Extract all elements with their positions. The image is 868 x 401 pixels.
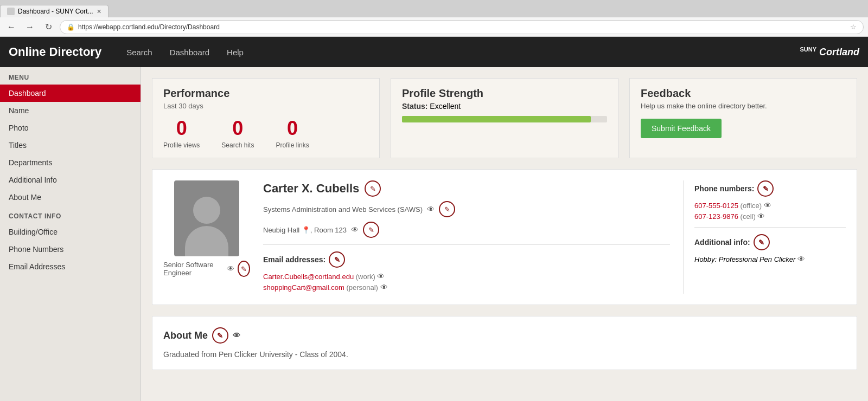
phone-cell-visibility-icon[interactable]: 👁 — [757, 212, 765, 221]
feedback-panel: Feedback Help us make the online directo… — [629, 78, 857, 158]
email-work-visibility-icon[interactable]: 👁 — [377, 272, 385, 281]
divider — [263, 244, 670, 245]
navbar-link-search[interactable]: Search — [118, 37, 161, 67]
search-hits-stat: 0 Search hits — [221, 119, 254, 149]
tab-favicon — [7, 8, 15, 15]
top-panels: Performance Last 30 days 0 Profile views… — [152, 78, 857, 158]
avatar-head — [193, 197, 220, 224]
email-personal-visibility-icon[interactable]: 👁 — [380, 283, 388, 292]
location-row: Neubig Hall 📍, Room 123 👁 ✎ — [263, 222, 670, 238]
sidebar-item-building[interactable]: Building/Office — [0, 223, 141, 241]
browser-toolbar: ← → ↻ 🔒 https://webapp.cortland.edu/Dire… — [0, 17, 868, 37]
content-area: Performance Last 30 days 0 Profile views… — [141, 67, 868, 401]
additional-info-visibility-icon[interactable]: 👁 — [797, 255, 805, 263]
sidebar-item-name[interactable]: Name — [0, 102, 141, 119]
profile-info-section: Carter X. Cubells ✎ Systems Administrati… — [263, 180, 670, 294]
feedback-text: Help us make the online directory better… — [641, 102, 846, 110]
profile-name-row: Carter X. Cubells ✎ — [263, 180, 670, 197]
additional-info-value: Hobby: Professional Pen Clicker 👁 — [694, 255, 846, 263]
strength-status-label: Status: — [402, 102, 427, 111]
additional-info-section-header: Additional info: ✎ — [694, 234, 846, 250]
phone-office-visibility-icon[interactable]: 👁 — [764, 201, 771, 210]
profile-avatar — [174, 180, 239, 256]
phone-office-number[interactable]: 607-555-0125 — [694, 202, 738, 210]
strength-status-row: Status: Excellent — [402, 102, 607, 111]
logo-cortland-text: Cortland — [819, 47, 859, 57]
profile-name: Carter X. Cubells — [263, 182, 359, 196]
email-item-personal: shoppingCart@gmail.com (personal) 👁 — [263, 283, 670, 292]
avatar-silhouette — [185, 197, 228, 256]
about-me-header: About Me ✎ 👁 — [163, 327, 846, 344]
name-edit-button[interactable]: ✎ — [365, 180, 381, 197]
tab-title: Dashboard - SUNY Cort... — [18, 8, 93, 15]
job-title-edit-button[interactable]: ✎ — [238, 261, 250, 277]
app-navbar: Online Directory Search Dashboard Help S… — [0, 37, 868, 67]
location-edit-button[interactable]: ✎ — [363, 222, 379, 238]
profile-links-number: 0 — [276, 119, 309, 138]
profile-card: Senior Software Engineer 👁 ✎ Carter X. C… — [152, 169, 857, 305]
profile-views-stat: 0 Profile views — [163, 119, 200, 149]
sidebar-item-titles[interactable]: Titles — [0, 137, 141, 154]
strength-bar-container — [402, 116, 607, 122]
profile-strength-panel: Profile Strength Status: Excellent — [391, 78, 618, 158]
department-visibility-icon[interactable]: 👁 — [427, 205, 435, 214]
profile-links-stat: 0 Profile links — [276, 119, 309, 149]
email-item-work: Carter.Cubells@cortland.edu (work) 👁 — [263, 272, 670, 281]
job-title-text: Senior Software Engineer — [163, 261, 224, 277]
contact-section-title: CONTACT INFO — [0, 206, 141, 223]
submit-feedback-button[interactable]: Submit Feedback — [641, 119, 722, 138]
profile-views-label: Profile views — [163, 141, 200, 149]
email-work-link[interactable]: Carter.Cubells@cortland.edu — [263, 273, 354, 281]
phone-item-office: 607-555-0125 (office) 👁 — [694, 201, 846, 210]
phone-cell-number[interactable]: 607-123-9876 — [694, 212, 738, 221]
sidebar-item-phone-numbers[interactable]: Phone Numbers — [0, 241, 141, 258]
location-visibility-icon[interactable]: 👁 — [351, 225, 359, 234]
department-row: Systems Administration and Web Services … — [263, 201, 670, 217]
profile-right-section: Phone numbers: ✎ 607-555-0125 (office) 👁… — [683, 180, 846, 294]
email-personal-link[interactable]: shoppingCart@gmail.com — [263, 283, 344, 292]
address-bar[interactable]: 🔒 https://webapp.cortland.edu/Directory/… — [60, 20, 864, 34]
address-text: https://webapp.cortland.edu/Directory/Da… — [78, 23, 220, 31]
about-me-text: Graduated from Pen Clicker University - … — [163, 350, 846, 359]
sidebar-item-additional-info[interactable]: Additional Info — [0, 171, 141, 189]
location-pin-icon: 📍 — [302, 226, 310, 234]
department-edit-button[interactable]: ✎ — [439, 201, 455, 217]
sidebar-item-about-me[interactable]: About Me — [0, 189, 141, 206]
strength-title: Profile Strength — [402, 87, 607, 100]
additional-info-text: Hobby: Professional Pen Clicker — [694, 255, 795, 263]
profile-views-number: 0 — [163, 119, 200, 138]
navbar-link-dashboard[interactable]: Dashboard — [161, 37, 218, 67]
sidebar-item-dashboard[interactable]: Dashboard — [0, 85, 141, 102]
search-hits-number: 0 — [221, 119, 254, 138]
bookmark-icon[interactable]: ☆ — [850, 23, 857, 31]
job-title-visibility-icon[interactable]: 👁 — [227, 264, 234, 273]
navbar-link-help[interactable]: Help — [218, 37, 252, 67]
email-section-header: Email addresses: ✎ — [263, 251, 670, 268]
strength-status-value: Excellent — [430, 102, 461, 111]
phone-item-cell: 607-123-9876 (cell) 👁 — [694, 212, 846, 221]
additional-info-edit-button[interactable]: ✎ — [754, 234, 770, 250]
browser-chrome: Dashboard - SUNY Cort... ✕ ← → ↻ 🔒 https… — [0, 0, 868, 37]
email-work-type: (work) — [356, 273, 375, 281]
email-edit-button[interactable]: ✎ — [329, 251, 345, 268]
about-me-visibility-icon[interactable]: 👁 — [233, 331, 240, 340]
about-me-edit-button[interactable]: ✎ — [212, 327, 228, 344]
phone-edit-button[interactable]: ✎ — [757, 180, 774, 197]
about-me-section: About Me ✎ 👁 Graduated from Pen Clicker … — [152, 316, 857, 370]
avatar-body — [185, 226, 228, 256]
tab-bar: Dashboard - SUNY Cort... ✕ — [0, 0, 868, 17]
refresh-button[interactable]: ↻ — [41, 20, 55, 34]
performance-title: Performance — [163, 87, 368, 100]
phone-section-label: Phone numbers: — [694, 184, 754, 193]
browser-tab[interactable]: Dashboard - SUNY Cort... ✕ — [0, 5, 108, 17]
sidebar-item-photo[interactable]: Photo — [0, 119, 141, 137]
navbar-logo: SUNY Cortland — [800, 46, 859, 58]
back-button[interactable]: ← — [4, 20, 18, 34]
tab-close-button[interactable]: ✕ — [97, 8, 101, 15]
navbar-links: Search Dashboard Help — [118, 37, 252, 67]
sidebar-item-email-addresses[interactable]: Email Addresses — [0, 258, 141, 275]
forward-button[interactable]: → — [23, 20, 37, 34]
performance-panel: Performance Last 30 days 0 Profile views… — [152, 78, 380, 158]
sidebar-item-departments[interactable]: Departments — [0, 154, 141, 171]
menu-section-title: MENU — [0, 67, 141, 85]
